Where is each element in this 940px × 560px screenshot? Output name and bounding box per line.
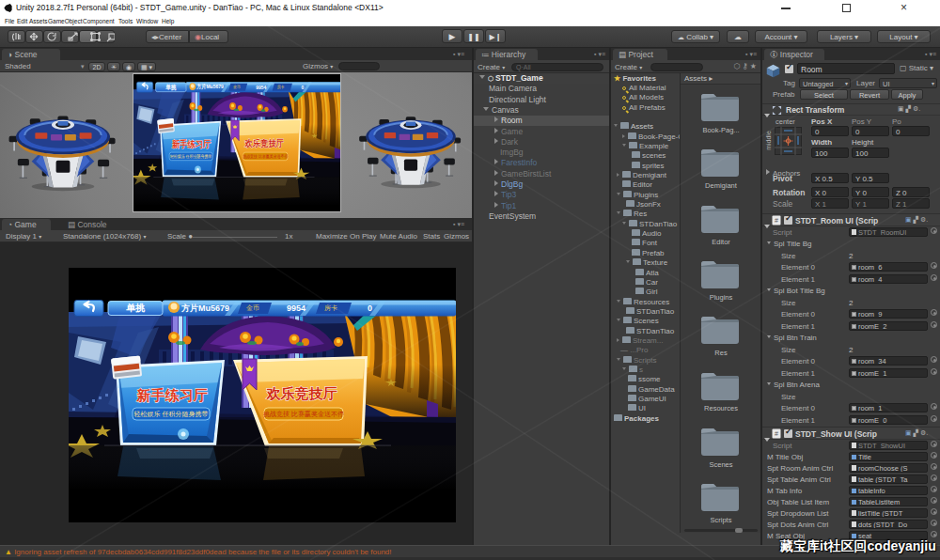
svg-text:#: # [775, 217, 778, 224]
svg-text:#: # [775, 430, 778, 437]
